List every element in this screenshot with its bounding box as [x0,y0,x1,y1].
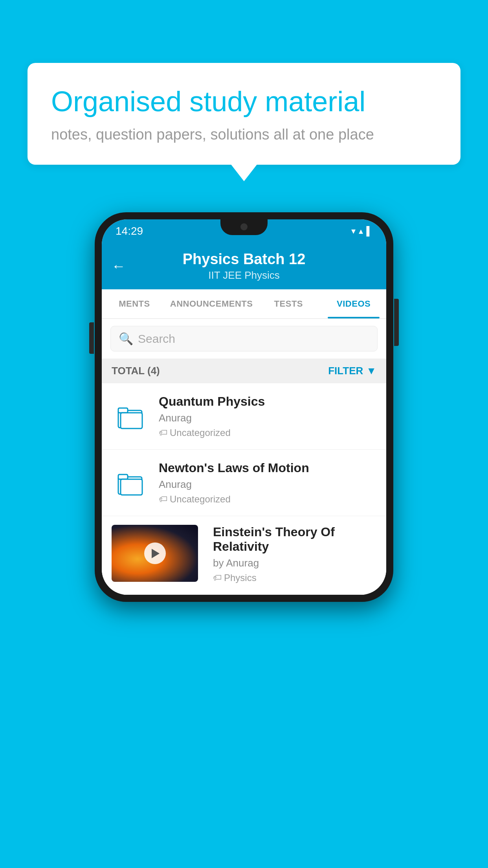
svg-rect-1 [118,408,128,413]
item-tag-1: 🏷 Uncategorized [159,427,376,438]
speech-bubble: Organised study material notes, question… [28,63,460,165]
play-button[interactable] [144,542,166,564]
item-thumbnail-3 [112,525,198,582]
search-icon: 🔍 [119,332,133,346]
status-bar: 14:29 ▾ ▴ ▌ [102,219,386,243]
phone-outer: 14:29 ▾ ▴ ▌ ← Physics Batch 12 IIT JEE P… [95,212,393,602]
list-item[interactable]: Einstein's Theory Of Relativity by Anura… [102,516,386,595]
svg-rect-2 [121,413,142,428]
total-count: TOTAL (4) [112,365,160,377]
tag-icon: 🏷 [159,494,167,504]
item-thumbnail-1 [112,403,151,430]
header-title: Physics Batch 12 [114,251,374,268]
tab-announcements[interactable]: ANNOUNCEMENTS [167,289,256,318]
video-list: Quantum Physics Anurag 🏷 Uncategorized [102,383,386,595]
status-icons: ▾ ▴ ▌ [351,226,372,236]
back-button[interactable]: ← [112,258,126,274]
item-tag-2: 🏷 Uncategorized [159,494,376,505]
item-author-2: Anurag [159,478,376,491]
item-thumbnail-2 [112,469,151,497]
tag-label-2: Uncategorized [170,494,231,505]
notch-camera [240,223,248,230]
search-input-wrap[interactable]: 🔍 Search [110,326,378,351]
list-item[interactable]: Newton's Laws of Motion Anurag 🏷 Uncateg… [102,450,386,516]
filter-icon: ▼ [366,365,376,377]
tag-label-1: Uncategorized [170,427,231,438]
header-subtitle: IIT JEE Physics [114,269,374,281]
svg-rect-5 [121,479,142,495]
item-title-3: Einstein's Theory Of Relativity [213,525,376,554]
app-header: ← Physics Batch 12 IIT JEE Physics [102,243,386,289]
folder-icon [117,403,145,430]
filter-button[interactable]: FILTER ▼ [328,365,376,377]
tag-icon: 🏷 [213,573,222,583]
item-tag-3: 🏷 Physics [213,572,376,583]
phone-wrapper: 14:29 ▾ ▴ ▌ ← Physics Batch 12 IIT JEE P… [95,212,393,602]
bubble-subtitle: notes, question papers, solutions all at… [51,126,437,143]
tab-bar: MENTS ANNOUNCEMENTS TESTS VIDEOS [102,289,386,319]
item-info-2: Newton's Laws of Motion Anurag 🏷 Uncateg… [159,461,376,505]
play-icon [152,549,160,558]
search-bar: 🔍 Search [102,319,386,359]
item-title-1: Quantum Physics [159,394,376,409]
bubble-title: Organised study material [51,85,437,118]
list-item[interactable]: Quantum Physics Anurag 🏷 Uncategorized [102,383,386,450]
speech-bubble-container: Organised study material notes, question… [28,63,460,165]
svg-rect-4 [118,474,128,479]
filter-label: FILTER [328,365,363,377]
status-time: 14:29 [116,225,143,237]
battery-icon: ▌ [366,226,372,236]
tab-ments[interactable]: MENTS [102,289,167,318]
item-title-2: Newton's Laws of Motion [159,461,376,475]
folder-icon [117,469,145,497]
item-info-1: Quantum Physics Anurag 🏷 Uncategorized [159,394,376,438]
tab-videos[interactable]: VIDEOS [321,289,386,318]
notch [220,219,268,235]
item-info-3: Einstein's Theory Of Relativity by Anura… [213,525,376,583]
item-author-1: Anurag [159,412,376,424]
wifi-icon: ▾ [351,226,356,236]
thumb-bg [112,525,198,582]
item-author-3: by Anurag [213,557,376,569]
tag-icon: 🏷 [159,428,167,438]
tag-label-3: Physics [224,572,257,583]
filter-bar: TOTAL (4) FILTER ▼ [102,359,386,383]
tab-tests[interactable]: TESTS [256,289,321,318]
signal-icon: ▴ [359,226,363,236]
search-placeholder: Search [138,332,175,346]
phone-inner: 14:29 ▾ ▴ ▌ ← Physics Batch 12 IIT JEE P… [102,219,386,595]
